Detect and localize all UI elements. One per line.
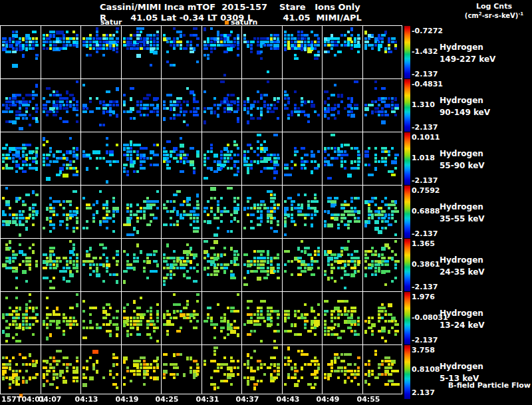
colorbar-row-1	[404, 26, 410, 78]
time-tick-3: 04:19	[106, 395, 148, 404]
cbar-max-row-7: 3.758	[412, 346, 453, 354]
time-tick-9: 04:55	[347, 395, 390, 404]
energy-label-row-6: 13-24 keV	[440, 321, 529, 330]
cbar-max-row-2: -0.4831	[412, 80, 453, 88]
colorbar-units: (cm2-sr-s-keV)-1	[458, 11, 531, 19]
cbar-max-row-4: 0.7592	[412, 186, 453, 195]
cbar-max-row-1: -0.7272	[412, 27, 453, 35]
time-tick-4: 04:25	[146, 395, 188, 404]
time-tick-5: 04:31	[186, 395, 229, 404]
energy-label-row-1: 149-227 keV	[440, 55, 529, 64]
cassini-mimi-plot-window: Cassini/MIMI Inca mTOF 2015-157 Stare Io…	[0, 0, 532, 405]
cbar-min-row-2: -2.137	[412, 123, 453, 132]
spectrogram-grid	[0, 25, 403, 395]
energy-label-row-4: 35-55 keV	[440, 214, 529, 223]
species-label-row-2: Hydrogen	[440, 96, 529, 105]
species-label-row-3: Hydrogen	[440, 149, 529, 158]
cbar-max-row-3: 0.1011	[412, 133, 453, 142]
bfield-particle-flow-label: B-field Particle Flow	[412, 381, 531, 390]
cbar-max-row-6: 1.976	[412, 293, 453, 301]
cbar-min-row-5: -2.137	[412, 283, 453, 291]
colorbar-units-title: Log Cnts	[459, 2, 529, 11]
colorbar-row-4	[404, 186, 410, 238]
colorbar-row-2	[404, 79, 410, 132]
species-label-row-1: Hydrogen	[440, 43, 529, 52]
energy-label-row-5: 24-35 keV	[440, 267, 529, 277]
colorbar-row-7	[404, 345, 410, 399]
cbar-min-row-4: -2.137	[412, 229, 453, 238]
page-title: Cassini/MIMI Inca mTOF 2015-157 Stare Io…	[100, 2, 360, 12]
cbar-max-row-5: 1.365	[412, 239, 453, 248]
species-label-row-4: Hydrogen	[440, 202, 529, 211]
saturn-marker-icon	[225, 21, 229, 25]
cbar-min-row-1: -2.137	[412, 70, 453, 78]
species-label-row-7: Hydrogen	[440, 362, 529, 371]
species-label-row-5: Hydrogen	[440, 255, 529, 265]
species-label-row-6: Hydrogen	[440, 309, 529, 318]
units-open: (cm	[465, 12, 479, 19]
time-tick-6: 04:37	[226, 395, 269, 404]
units-mid: -sr-s-keV)	[482, 12, 519, 19]
units-superscript-minus1: -1	[518, 11, 523, 17]
time-tick-2: 04:13	[65, 395, 108, 404]
energy-label-row-3: 55-90 keV	[440, 161, 529, 170]
cbar-min-row-6: -2.137	[412, 336, 453, 344]
energy-label-row-2: 90-149 keV	[440, 108, 529, 117]
time-tick-7: 04:43	[267, 395, 309, 404]
cbar-min-row-3: -2.137	[412, 176, 453, 185]
colorbar-row-3	[404, 132, 410, 185]
time-tick-8: 04:49	[307, 395, 349, 404]
colorbar-row-6	[404, 292, 410, 344]
colorbar-row-5	[404, 239, 410, 291]
